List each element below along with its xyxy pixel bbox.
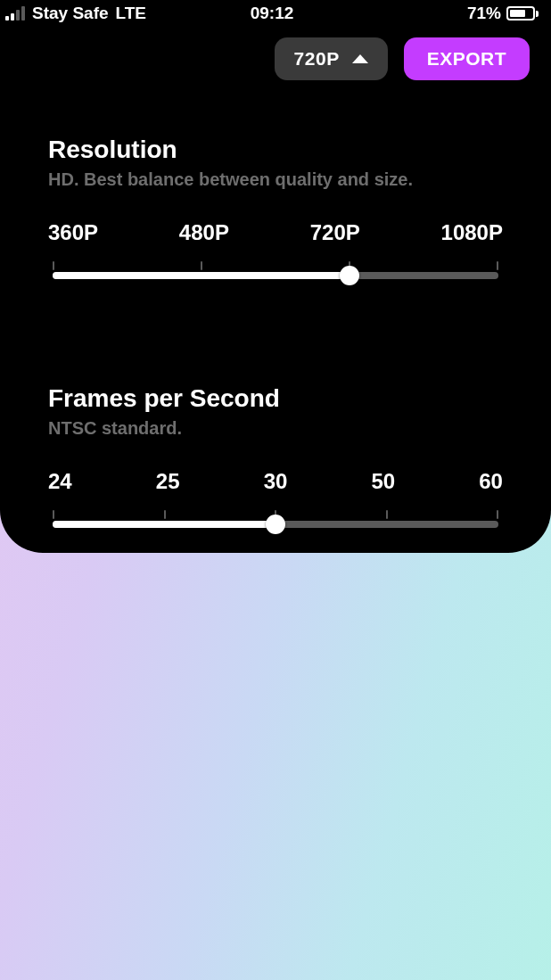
fps-option-label: 60 (479, 469, 503, 494)
export-button[interactable]: EXPORT (404, 37, 530, 80)
carrier-label: Stay Safe (32, 4, 109, 23)
fps-tick-labels: 2425305060 (48, 469, 503, 494)
fps-section: Frames per Second NTSC standard. 2425305… (0, 384, 551, 535)
clock: 09:12 (251, 4, 294, 23)
slider-fill (53, 521, 276, 528)
resolution-dropdown[interactable]: 720P (275, 37, 388, 80)
chevron-up-icon (352, 54, 368, 63)
fps-subtitle: NTSC standard. (48, 418, 503, 439)
fps-option-label: 30 (264, 469, 288, 494)
resolution-tick-labels: 360P480P720P1080P (48, 220, 503, 245)
fps-option-label: 50 (371, 469, 395, 494)
fps-option-label: 24 (48, 469, 72, 494)
resolution-title: Resolution (48, 136, 503, 164)
network-label: LTE (116, 4, 146, 23)
status-right: 71% (293, 4, 539, 23)
fps-option-label: 25 (156, 469, 180, 494)
resolution-subtitle: HD. Best balance between quality and siz… (48, 169, 503, 190)
status-bar: Stay Safe LTE 09:12 71% (0, 0, 551, 27)
fps-title: Frames per Second (48, 384, 503, 413)
fps-slider[interactable] (48, 514, 503, 535)
battery-icon (506, 6, 539, 21)
screen: Stay Safe LTE 09:12 71% 720P EXPORT (0, 0, 551, 980)
slider-thumb[interactable] (266, 515, 285, 534)
resolution-option-label: 480P (179, 220, 229, 245)
signal-icon (5, 6, 25, 21)
resolution-dropdown-label: 720P (294, 48, 340, 70)
status-left: Stay Safe LTE (5, 4, 251, 23)
resolution-slider[interactable] (48, 265, 503, 286)
export-panel: Stay Safe LTE 09:12 71% 720P EXPORT (0, 0, 551, 553)
battery-percent: 71% (467, 4, 501, 23)
slider-fill (53, 272, 350, 279)
export-button-label: EXPORT (427, 48, 506, 70)
resolution-option-label: 1080P (441, 220, 503, 245)
resolution-option-label: 720P (310, 220, 360, 245)
resolution-section: Resolution HD. Best balance between qual… (0, 136, 551, 286)
resolution-option-label: 360P (48, 220, 98, 245)
slider-thumb[interactable] (340, 266, 359, 285)
top-buttons: 720P EXPORT (0, 27, 551, 80)
